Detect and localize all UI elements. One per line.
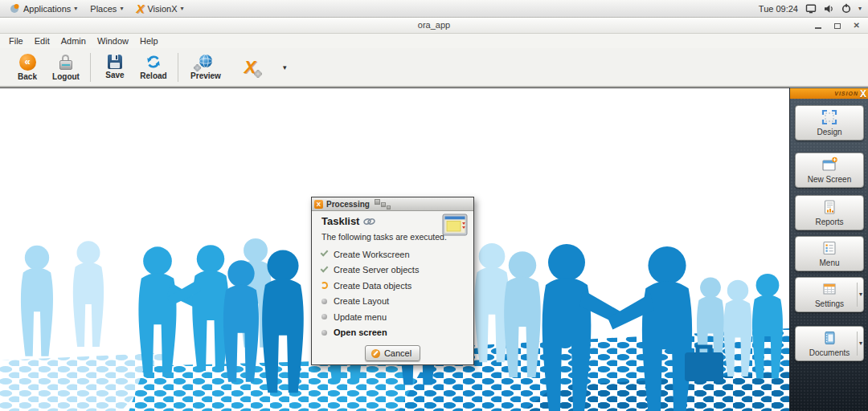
- logout-button[interactable]: Logout: [47, 54, 85, 81]
- display-icon[interactable]: [805, 4, 817, 14]
- dialog-subtitle: The following tasks are executed.: [321, 232, 447, 242]
- chevron-down-icon[interactable]: ▾: [858, 5, 862, 12]
- task-label: Open screen: [334, 328, 387, 337]
- power-icon[interactable]: [841, 3, 851, 14]
- toolbar-dropdown-icon[interactable]: ▾: [283, 63, 287, 71]
- menu-help[interactable]: Help: [135, 35, 163, 47]
- places-menu-label: Places: [90, 4, 117, 14]
- task-item: Create Server objects: [319, 262, 469, 279]
- save-button[interactable]: Save: [96, 55, 134, 79]
- gear-icon: [194, 65, 200, 71]
- menu-label: Menu: [819, 258, 839, 267]
- applications-menu-label: Applications: [23, 4, 71, 14]
- menubar: File Edit Admin Window Help: [0, 34, 868, 48]
- menu-admin[interactable]: Admin: [56, 35, 91, 47]
- clock[interactable]: Tue 09:24: [759, 4, 798, 14]
- bullet-icon: [321, 330, 327, 336]
- toolbar-separator: [178, 53, 178, 82]
- preview-button[interactable]: Preview: [183, 54, 228, 80]
- reload-icon: [145, 54, 162, 70]
- reports-label: Reports: [815, 218, 843, 226]
- visionx-menu[interactable]: X VisionX ▾: [131, 1, 188, 16]
- chevron-down-icon: ▾: [74, 5, 77, 12]
- chevron-down-icon: ▾: [120, 5, 123, 12]
- task-label: Create Server objects: [334, 265, 419, 275]
- visionx-tool-button[interactable]: X: [228, 59, 272, 75]
- maximize-button[interactable]: [834, 23, 841, 29]
- desktop-top-panel: Applications ▾ Places ▾ X VisionX ▾ Tue …: [0, 0, 868, 18]
- task-item: Open screen: [319, 325, 469, 341]
- preview-label: Preview: [190, 71, 221, 80]
- back-label: Back: [18, 72, 37, 81]
- link-icon: [363, 218, 375, 226]
- task-item: Update menu: [319, 309, 469, 325]
- bullet-icon: [321, 299, 327, 304]
- logout-label: Logout: [52, 72, 80, 81]
- settings-icon: [821, 281, 837, 297]
- globe-icon: [198, 54, 214, 70]
- reload-label: Reload: [140, 71, 166, 80]
- reload-button[interactable]: Reload: [134, 54, 173, 80]
- new-screen-label: New Screen: [808, 175, 851, 184]
- lock-icon: [59, 54, 72, 71]
- processing-dialog: X Processing Tasklist The following task…: [311, 197, 474, 365]
- check-icon: [320, 264, 328, 272]
- window-titlebar: ora_app ✕: [0, 18, 868, 34]
- visionx-logo-icon: X: [244, 59, 256, 75]
- documents-menu-arrow-icon[interactable]: ▾: [857, 332, 862, 355]
- menu-window[interactable]: Window: [92, 35, 133, 47]
- settings-button[interactable]: Settings ▾: [795, 277, 864, 312]
- reports-button[interactable]: Reports: [795, 195, 864, 230]
- visionx-sidebar: VISION X Design New Screen Reports: [789, 87, 868, 411]
- check-icon: [320, 249, 328, 257]
- settings-menu-arrow-icon[interactable]: ▾: [857, 283, 862, 306]
- task-label: Create Data objects: [334, 281, 411, 291]
- cancel-button[interactable]: Cancel: [365, 345, 420, 361]
- documents-icon: [821, 330, 837, 346]
- reports-icon: [821, 199, 837, 215]
- dialog-heading: Tasklist: [321, 215, 359, 227]
- toolbar: « Back Logout Save Reload: [0, 48, 868, 87]
- menu-edit[interactable]: Edit: [30, 35, 55, 47]
- settings-label: Settings: [815, 299, 844, 308]
- visionx-brand-label: VISION: [834, 91, 858, 96]
- documents-button[interactable]: Documents ▾: [795, 326, 864, 361]
- task-label: Create Workscreen: [334, 250, 410, 259]
- design-button[interactable]: Design: [795, 105, 864, 140]
- back-button[interactable]: « Back: [8, 54, 47, 81]
- tasklist-icon: [442, 214, 468, 236]
- save-icon: [108, 55, 122, 69]
- chevron-down-icon: ▾: [181, 5, 184, 12]
- back-icon: «: [19, 54, 36, 71]
- task-label: Create Layout: [334, 296, 389, 306]
- design-label: Design: [817, 128, 841, 136]
- toolbar-separator: [90, 53, 91, 82]
- task-item: Create Layout: [319, 294, 469, 310]
- visionx-x-icon: X: [860, 89, 866, 99]
- save-label: Save: [105, 71, 124, 79]
- progress-cubes-icon: [375, 198, 391, 210]
- visionx-sidebar-header[interactable]: VISION X: [790, 88, 868, 99]
- new-screen-icon: [821, 157, 837, 173]
- visionx-menu-label: VisionX: [147, 4, 177, 14]
- close-button[interactable]: ✕: [854, 22, 860, 30]
- applications-menu[interactable]: Applications ▾: [5, 2, 82, 15]
- menu-file[interactable]: File: [4, 35, 28, 47]
- places-menu[interactable]: Places ▾: [85, 2, 128, 15]
- visionx-logo-icon: X: [136, 2, 144, 14]
- cancel-label: Cancel: [384, 348, 411, 358]
- gear-icon: [255, 71, 261, 77]
- design-icon: [821, 109, 837, 125]
- new-screen-button[interactable]: New Screen: [795, 153, 864, 188]
- bullet-icon: [321, 314, 327, 319]
- applications-icon: [10, 3, 20, 14]
- dialog-titlebar[interactable]: X Processing: [312, 197, 473, 211]
- menu-button[interactable]: Menu: [795, 236, 864, 271]
- documents-label: Documents: [809, 348, 850, 357]
- volume-icon[interactable]: [824, 4, 834, 14]
- minimize-button[interactable]: [815, 22, 821, 29]
- spinner-icon: [321, 282, 328, 289]
- visionx-dialog-icon: X: [314, 200, 323, 209]
- cancel-icon: [371, 349, 380, 358]
- task-item: Create Data objects: [319, 278, 469, 294]
